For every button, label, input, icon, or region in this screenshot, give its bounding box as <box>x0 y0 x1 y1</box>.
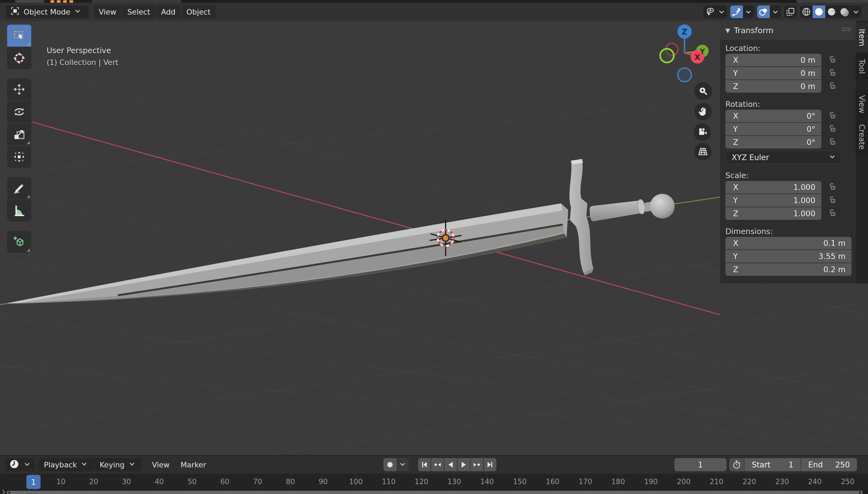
lock-open-icon[interactable] <box>827 81 837 92</box>
cursor-tool[interactable] <box>7 47 31 69</box>
zoom-button[interactable] <box>694 82 712 100</box>
end-label: End <box>801 460 823 469</box>
show-overlays <box>757 5 781 18</box>
gizmo-x-label: X <box>695 53 700 61</box>
select-box-tool[interactable] <box>7 25 31 46</box>
timeline-menu-playback[interactable]: Playback <box>38 458 94 471</box>
ruler-frame-label: 170 <box>579 478 592 486</box>
timeline-menu-keying[interactable]: Keying <box>94 458 141 471</box>
add-cube-tool[interactable] <box>7 231 31 253</box>
viewport-header: Object Mode ViewSelectAddObject <box>0 3 868 21</box>
lock-open-icon[interactable] <box>827 195 837 206</box>
gizmo-icon[interactable] <box>730 5 743 18</box>
chevron-down-icon[interactable] <box>743 5 754 18</box>
menu-select[interactable]: Select <box>122 5 155 18</box>
menu-add[interactable]: Add <box>156 5 180 18</box>
end-frame-field[interactable]: End 250 <box>801 458 857 471</box>
timeline-menu-view[interactable]: View <box>147 458 175 471</box>
scale-x-field[interactable]: X1.000 <box>725 181 822 193</box>
axis-label: Y <box>725 252 750 261</box>
grid-view-button[interactable] <box>694 143 712 160</box>
transform-panel-header[interactable]: ▼ Transform <box>720 21 856 40</box>
rotation-mode-dropdown[interactable]: XYZ Euler <box>725 151 841 164</box>
auto-keying-record-button[interactable] <box>383 458 397 471</box>
rotation-x-field[interactable]: X0° <box>725 110 822 122</box>
field-group: X0 mY0 mZ0 m <box>725 54 856 93</box>
start-frame-field[interactable]: Start 1 <box>744 458 801 471</box>
shade-wireframe-icon[interactable] <box>800 5 813 18</box>
use-preview-range-button[interactable] <box>729 458 744 471</box>
location-z-field[interactable]: Z0 m <box>725 80 822 93</box>
dimensions-z-field[interactable]: Z0.2 m <box>725 263 852 276</box>
dimensions-x-field[interactable]: X0.1 m <box>725 237 852 249</box>
section-label: Location: <box>725 43 856 54</box>
shade-rendered-icon[interactable] <box>838 5 850 18</box>
eye-cursor-icon[interactable] <box>703 5 716 18</box>
chevron-down-icon[interactable] <box>716 5 727 18</box>
lock-open-icon[interactable] <box>827 137 837 148</box>
jump-end-button[interactable] <box>484 458 496 471</box>
rotation-y-field[interactable]: Y0° <box>725 123 822 135</box>
tab-view[interactable]: View <box>856 90 868 118</box>
topbar-orange-dot <box>57 0 61 3</box>
lock-open-icon[interactable] <box>827 124 837 134</box>
play-reverse-button[interactable] <box>444 458 457 471</box>
measure-icon <box>13 204 25 217</box>
sword-model[interactable] <box>8 159 675 304</box>
rotation-z-field[interactable]: Z0° <box>725 136 822 149</box>
annotate-icon <box>13 182 25 194</box>
panel-grip-icon[interactable] <box>842 28 851 33</box>
chevron-down-icon[interactable] <box>850 5 862 18</box>
ruler-frame-label: 190 <box>644 478 658 486</box>
lock-open-icon[interactable] <box>827 111 837 121</box>
axis-label: X <box>725 239 750 248</box>
current-frame-marker[interactable]: 1 <box>26 475 41 489</box>
scale-y-field[interactable]: Y1.000 <box>725 194 822 207</box>
prev-keyframe-button[interactable] <box>431 458 444 471</box>
current-frame-field[interactable]: 1 <box>674 458 727 471</box>
ruler-frame-label: 120 <box>415 478 428 486</box>
pan-hand-button[interactable] <box>694 103 712 120</box>
lock-open-icon[interactable] <box>827 208 837 219</box>
overlays-icon[interactable] <box>757 5 770 18</box>
editor-type-dropdown[interactable] <box>5 458 35 471</box>
lock-open-icon[interactable] <box>827 182 837 192</box>
chevron-down-icon <box>80 460 88 470</box>
scale-z-field[interactable]: Z1.000 <box>725 207 822 220</box>
annotate-tool[interactable] <box>7 177 31 199</box>
dimensions-y-field[interactable]: Y3.55 m <box>725 250 852 263</box>
timeline-menu-marker[interactable]: Marker <box>175 458 211 471</box>
scale-tool[interactable] <box>7 124 31 145</box>
rotate-tool[interactable] <box>7 101 31 123</box>
mode-select-dropdown[interactable]: Object Mode <box>6 5 89 18</box>
move-tool[interactable] <box>7 78 31 100</box>
timeline-scrollbar[interactable] <box>6 491 863 494</box>
measure-tool[interactable] <box>7 200 31 222</box>
play-button[interactable] <box>457 458 470 471</box>
next-keyframe-button[interactable] <box>471 458 483 471</box>
tab-item[interactable]: Item <box>856 23 868 52</box>
ruler-frame-label: 40 <box>155 478 164 486</box>
menu-view[interactable]: View <box>94 5 121 18</box>
collapse-triangle-icon[interactable]: ▼ <box>725 27 730 34</box>
chevron-down-icon[interactable] <box>770 5 781 18</box>
shade-material-icon[interactable] <box>825 5 838 18</box>
location-y-field[interactable]: Y0 m <box>725 67 822 79</box>
transform-tool[interactable] <box>7 146 31 168</box>
xray-icon[interactable] <box>784 5 797 18</box>
menu-object[interactable]: Object <box>182 5 215 18</box>
jump-start-button[interactable] <box>418 458 431 471</box>
lock-open-icon[interactable] <box>827 55 837 65</box>
keying-set-chevron[interactable] <box>397 458 409 471</box>
lock-open-icon[interactable] <box>827 68 837 78</box>
shade-solid-icon[interactable] <box>813 5 825 18</box>
gizmo-axis-neg-x[interactable] <box>660 49 674 62</box>
expand-chevron-icon[interactable] <box>1 489 6 494</box>
timeline-ruler[interactable]: 1 10203040506070809010011012013014015016… <box>0 474 868 490</box>
location-x-field[interactable]: X0 m <box>725 54 822 66</box>
tab-tool[interactable]: Tool <box>856 54 868 79</box>
tab-create[interactable]: Create <box>856 119 868 155</box>
field-row-line: X0 m <box>725 54 856 66</box>
camera-button[interactable] <box>694 124 711 141</box>
gizmo-axis-neg-z[interactable] <box>678 68 692 82</box>
